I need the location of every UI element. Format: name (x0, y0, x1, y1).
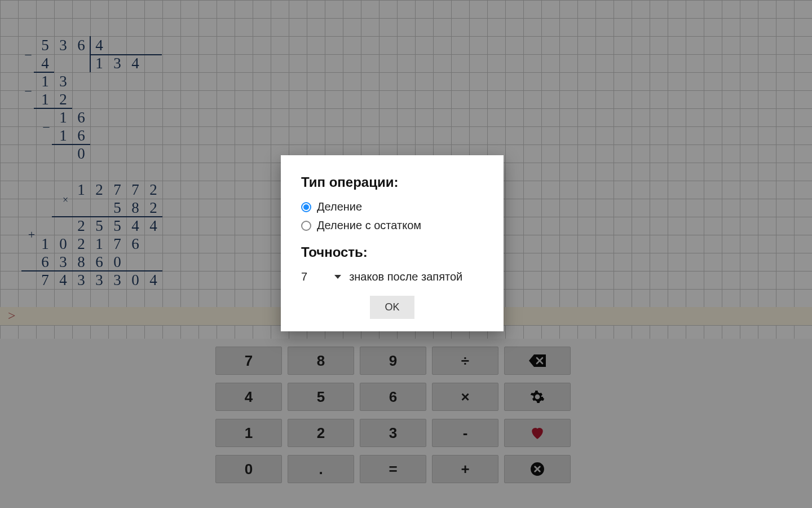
radio-icon (301, 202, 311, 212)
operation-type-dialog: Тип операции: Деление Деление с остатком… (281, 155, 504, 331)
radio-option-division-remainder[interactable]: Деление с остатком (301, 219, 483, 232)
radio-label: Деление (317, 200, 362, 213)
dialog-title: Тип операции: (301, 174, 483, 190)
ok-button[interactable]: OK (370, 296, 414, 319)
radio-option-division[interactable]: Деление (301, 200, 483, 213)
chevron-down-icon (334, 275, 341, 279)
precision-select[interactable]: 7 (301, 270, 341, 283)
precision-title: Точность: (301, 244, 483, 260)
precision-value: 7 (301, 270, 307, 283)
precision-suffix: знаков после запятой (349, 270, 462, 283)
radio-label: Деление с остатком (317, 219, 421, 232)
radio-icon (301, 221, 311, 231)
